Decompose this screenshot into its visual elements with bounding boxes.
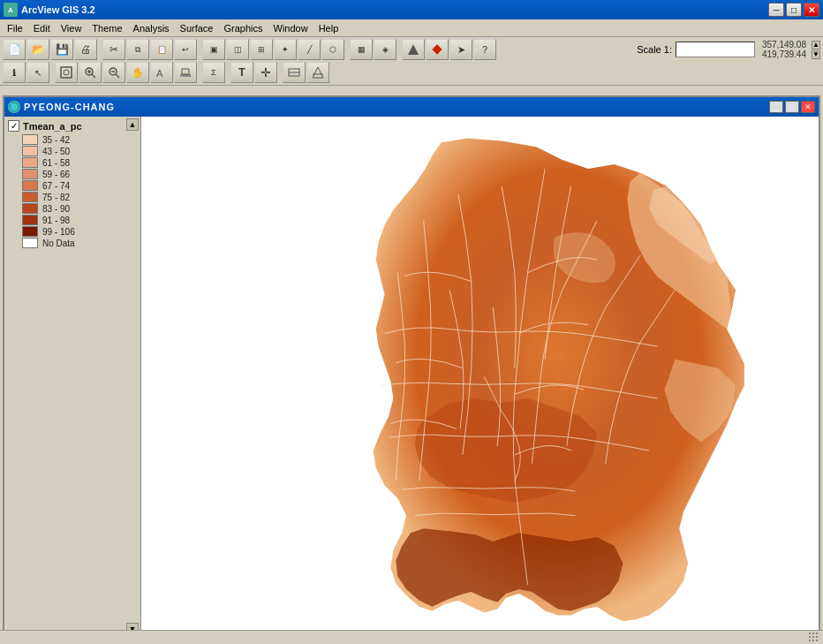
coord-down-button[interactable]: ▼ [812, 50, 820, 59]
legend-item-label: 83 - 90 [42, 204, 70, 214]
coord-up-button[interactable]: ▲ [812, 41, 820, 49]
tool-draw-point[interactable]: ✦ [274, 39, 297, 60]
tool-zoom-out[interactable] [102, 62, 125, 83]
summary-icon: Σ [211, 68, 216, 77]
tool-extra2[interactable] [306, 62, 329, 83]
menu-theme[interactable]: Theme [87, 21, 127, 35]
undo-icon: ↩ [182, 45, 189, 54]
tool-undo[interactable]: ↩ [174, 39, 197, 60]
inner-window-title: PYEONG-CHANG [24, 102, 115, 112]
tool-text[interactable]: T [230, 62, 253, 83]
legend-item: 91 - 98 [22, 215, 137, 225]
svg-rect-2 [61, 67, 72, 78]
menu-file[interactable]: File [2, 21, 28, 35]
tool-draw-line[interactable]: ╱ [298, 39, 321, 60]
tool-copy[interactable]: ⧉ [126, 39, 149, 60]
tool-select-arrow[interactable]: ↖ [26, 62, 49, 83]
coords-display: 357,149.08 419,739.44 [762, 40, 806, 59]
tool-help[interactable]: ? [473, 39, 496, 60]
new-icon: 📄 [8, 43, 21, 56]
zoom-extent-icon [59, 65, 73, 80]
menu-analysis[interactable]: Analysis [128, 21, 175, 35]
tool-measure[interactable]: ◈ [374, 39, 396, 60]
scale-label: Scale 1: [637, 44, 672, 55]
open-icon: 📂 [32, 43, 45, 56]
tool-vertex[interactable]: ◫ [226, 39, 249, 60]
content-area: ▲ ✓ Tmean_a_pc 35 - 4243 - 5061 - 5859 -… [4, 117, 819, 637]
toolbar-row-2: ℹ ↖ ✋ A [3, 62, 820, 83]
map-area[interactable] [141, 117, 819, 637]
tool-draw-polygon[interactable]: ⬡ [321, 39, 344, 60]
maximize-button[interactable]: □ [786, 3, 802, 17]
copy-icon: ⧉ [135, 45, 140, 55]
tool-cut[interactable]: ✂ [102, 39, 125, 60]
legend-items: 35 - 4243 - 5061 - 5859 - 6667 - 7475 - … [22, 134, 137, 248]
legend-item-label: 67 - 74 [42, 181, 70, 191]
text-icon: T [238, 66, 245, 79]
svg-point-3 [64, 70, 69, 75]
resize-handle[interactable] [809, 633, 819, 643]
cut-icon: ✂ [109, 43, 118, 56]
tool-info[interactable]: ℹ [3, 62, 26, 83]
menu-window[interactable]: Window [268, 21, 313, 35]
close-button[interactable]: ✕ [804, 3, 819, 17]
tool-summary[interactable]: Σ [202, 62, 225, 83]
edit2-icon [178, 65, 193, 80]
menu-help[interactable]: Help [313, 21, 344, 35]
toolbar-area: 📄 📂 💾 🖨 ✂ ⧉ 📋 ↩ ▣ ◫ ⊞ ✦ ╱ ⬡ ▦ ◈ ➤ [0, 37, 823, 86]
select-icon: ⊞ [258, 45, 265, 54]
inner-close-button[interactable]: ✕ [801, 101, 815, 113]
legend-item: 83 - 90 [22, 203, 137, 214]
tool-cross[interactable]: ✛ [254, 62, 277, 83]
tool-zoom-in[interactable] [79, 62, 102, 83]
tool-identify[interactable]: ▦ [350, 39, 373, 60]
paste-icon: 📋 [157, 45, 167, 54]
legend-color-swatch [22, 134, 38, 145]
legend-layer: ✓ Tmean_a_pc [8, 120, 137, 132]
scale-input[interactable] [676, 42, 755, 57]
svg-marker-16 [313, 67, 323, 78]
legend-item: 59 - 66 [22, 169, 137, 179]
toolbar-row-1: 📄 📂 💾 🖨 ✂ ⧉ 📋 ↩ ▣ ◫ ⊞ ✦ ╱ ⬡ ▦ ◈ ➤ [3, 39, 820, 60]
draw-point-icon: ✦ [282, 45, 289, 54]
menu-graphics[interactable]: Graphics [219, 21, 268, 35]
tool-paste[interactable]: 📋 [150, 39, 173, 60]
tool-pointer[interactable]: ▣ [202, 39, 225, 60]
tool-select[interactable]: ⊞ [250, 39, 273, 60]
inner-window: PYEONG-CHANG _ □ ✕ ▲ ✓ Tmean_a_pc 35 - 4… [3, 95, 820, 639]
menu-view[interactable]: View [56, 21, 87, 35]
tool-zoom-extent[interactable] [55, 62, 78, 83]
tool-print[interactable]: 🖨 [74, 39, 97, 60]
tool-edit2[interactable] [174, 62, 197, 83]
arrow-icon: ➤ [457, 44, 465, 56]
legend-color-swatch [22, 203, 38, 214]
legend-item-label: 35 - 42 [42, 135, 70, 145]
layer-visibility-checkbox[interactable]: ✓ [8, 120, 19, 132]
tool-open[interactable]: 📂 [26, 39, 49, 60]
menu-edit[interactable]: Edit [28, 21, 56, 35]
legend-item: No Data [22, 238, 137, 248]
tool-stop[interactable] [426, 39, 449, 60]
inner-minimize-button[interactable]: _ [769, 101, 783, 113]
menu-surface[interactable]: Surface [175, 21, 219, 35]
legend-color-swatch [22, 215, 38, 225]
tool-label[interactable]: A [150, 62, 173, 83]
legend-color-swatch [22, 226, 38, 237]
map-svg [141, 117, 819, 637]
svg-line-7 [92, 74, 95, 78]
app-icon: A [4, 3, 18, 17]
tool-hillshade[interactable] [402, 39, 425, 60]
help-icon: ? [482, 44, 487, 55]
measure-icon: ◈ [382, 45, 389, 54]
inner-maximize-button[interactable]: □ [785, 101, 799, 113]
tool-new[interactable]: 📄 [3, 39, 26, 60]
coord-y: 419,739.44 [762, 49, 806, 59]
tool-pan[interactable]: ✋ [126, 62, 149, 83]
tool-extra1[interactable] [283, 62, 306, 83]
tool-save[interactable]: 💾 [50, 39, 73, 60]
legend-item-label: 91 - 98 [42, 216, 70, 225]
legend-color-swatch [22, 192, 38, 202]
legend-scroll-up-button[interactable]: ▲ [126, 118, 139, 131]
tool-arrow[interactable]: ➤ [449, 39, 472, 60]
minimize-button[interactable]: ─ [768, 3, 784, 17]
